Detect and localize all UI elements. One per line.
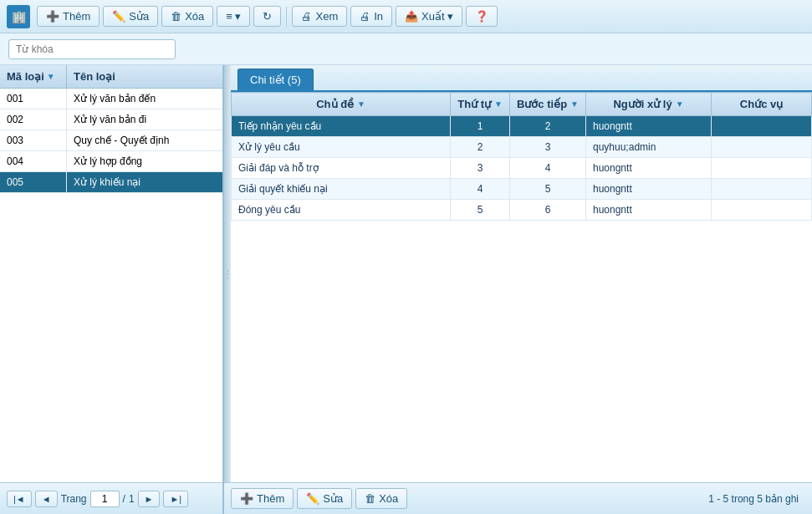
left-cell-ten: Quy chế - Quyết định bbox=[67, 130, 222, 150]
refresh-icon: ↻ bbox=[263, 10, 272, 23]
cell-thu-tu: 3 bbox=[451, 158, 510, 179]
detail-tab[interactable]: Chi tiết (5) bbox=[237, 69, 314, 90]
thu-tu-header: Thứ tự ▼ bbox=[451, 93, 510, 116]
bottom-left-panel: |◄ ◄ Trang / 1 ► ►| bbox=[0, 482, 224, 514]
left-cell-ma: 001 bbox=[0, 89, 67, 109]
ten-loai-header: Tên loại bbox=[67, 65, 222, 88]
chuc-vu-header: Chức vụ bbox=[712, 93, 812, 116]
right-edit-btn[interactable]: ✏️ Sửa bbox=[297, 488, 352, 509]
edit-button[interactable]: ✏️ Sửa bbox=[103, 6, 158, 27]
right-table-row[interactable]: Tiếp nhận yêu cầu 1 2 huongntt bbox=[232, 116, 812, 137]
cell-thu-tu: 2 bbox=[451, 137, 510, 158]
left-cell-ma: 004 bbox=[0, 151, 67, 171]
detail-tab-label: Chi tiết (5) bbox=[250, 74, 301, 86]
right-table-row[interactable]: Giải quyết khiếu nại 4 5 huongntt bbox=[232, 179, 812, 200]
menu-label: ≡ ▾ bbox=[226, 10, 241, 23]
left-cell-ten: Xử lý văn bản đến bbox=[67, 89, 222, 109]
right-delete-btn[interactable]: 🗑 Xóa bbox=[355, 488, 407, 509]
delete-button[interactable]: 🗑 Xóa bbox=[161, 6, 213, 27]
prev-page-btn[interactable]: ◄ bbox=[35, 491, 58, 507]
view-button[interactable]: 🖨 Xem bbox=[292, 6, 347, 27]
add-button[interactable]: ➕ Thêm bbox=[37, 6, 100, 27]
left-panel: Mã loại ▼ Tên loại 001 Xử lý văn bản đến… bbox=[0, 65, 224, 482]
next-page-btn[interactable]: ► bbox=[138, 491, 161, 507]
help-icon: ❓ bbox=[475, 10, 488, 23]
chu-de-filter[interactable]: ▼ bbox=[357, 99, 365, 109]
refresh-button[interactable]: ↻ bbox=[253, 6, 281, 27]
nguoi-xu-ly-header: Người xử lý ▼ bbox=[586, 93, 712, 116]
export-label: Xuất ▾ bbox=[421, 10, 453, 23]
last-page-btn[interactable]: ►| bbox=[163, 491, 188, 507]
nguoi-filter[interactable]: ▼ bbox=[676, 99, 684, 109]
add-icon: ➕ bbox=[46, 10, 59, 23]
bottom-right-panel: ➕ Thêm ✏️ Sửa 🗑 Xóa 1 - 5 trong 5 bản gh… bbox=[224, 482, 812, 514]
trang-label: Trang bbox=[61, 493, 87, 505]
right-add-btn[interactable]: ➕ Thêm bbox=[231, 488, 294, 509]
right-action-bar: ➕ Thêm ✏️ Sửa 🗑 Xóa 1 - 5 trong 5 bản gh… bbox=[224, 482, 812, 514]
cell-nguoi-xu-ly: huongntt bbox=[586, 116, 712, 137]
ma-loai-label: Mã loại bbox=[7, 70, 44, 83]
buoc-tiep-filter[interactable]: ▼ bbox=[570, 99, 579, 109]
cell-thu-tu: 4 bbox=[451, 179, 510, 200]
left-table-row[interactable]: 001 Xử lý văn bản đến bbox=[0, 89, 222, 109]
page-nav: |◄ ◄ Trang / 1 ► ►| bbox=[7, 491, 188, 507]
ma-loai-filter-icon[interactable]: ▼ bbox=[47, 72, 55, 81]
first-page-btn[interactable]: |◄ bbox=[7, 491, 32, 507]
cell-buoc-tiep: 5 bbox=[509, 179, 585, 200]
left-cell-ten: Xử lý khiếu nại bbox=[67, 172, 222, 192]
total-pages: 1 bbox=[129, 493, 135, 505]
left-cell-ma: 002 bbox=[0, 109, 67, 130]
delete-label: Xóa bbox=[185, 10, 204, 23]
right-delete-label: Xóa bbox=[379, 492, 398, 505]
record-summary: 1 - 5 trong 5 bản ghi bbox=[708, 493, 799, 505]
toolbar: 🏢 ➕ Thêm ✏️ Sửa 🗑 Xóa ≡ ▾ ↻ 🖨 Xem 🖨 In 📤… bbox=[0, 0, 812, 33]
cell-buoc-tiep: 2 bbox=[509, 116, 585, 137]
main-content: Mã loại ▼ Tên loại 001 Xử lý văn bản đến… bbox=[0, 65, 812, 482]
left-table-row[interactable]: 003 Quy chế - Quyết định bbox=[0, 130, 222, 151]
right-add-label: Thêm bbox=[257, 492, 284, 505]
cell-chu-de: Xử lý yêu cầu bbox=[232, 137, 451, 158]
cell-chu-de: Tiếp nhận yêu cầu bbox=[232, 116, 451, 137]
search-area bbox=[0, 33, 812, 65]
buoc-tiep-header: Bước tiếp ▼ bbox=[509, 93, 585, 116]
cell-chuc-vu bbox=[712, 116, 812, 137]
cell-chu-de: Đóng yêu cầu bbox=[232, 200, 451, 221]
right-add-icon: ➕ bbox=[240, 492, 253, 505]
help-button[interactable]: ❓ bbox=[466, 6, 498, 27]
search-input[interactable] bbox=[8, 39, 176, 59]
page-number-input[interactable] bbox=[90, 491, 120, 507]
add-label: Thêm bbox=[63, 10, 90, 23]
cell-thu-tu: 5 bbox=[451, 200, 510, 221]
cell-nguoi-xu-ly: huongntt bbox=[586, 179, 712, 200]
print-button[interactable]: 🖨 In bbox=[350, 6, 392, 27]
cell-buoc-tiep: 3 bbox=[509, 137, 585, 158]
print-label: In bbox=[374, 10, 383, 23]
export-button[interactable]: 📤 Xuất ▾ bbox=[396, 6, 462, 27]
right-edit-label: Sửa bbox=[323, 492, 343, 505]
left-table-row[interactable]: 002 Xử lý văn bản đi bbox=[0, 109, 222, 130]
left-cell-ten: Xử lý văn bản đi bbox=[67, 109, 222, 130]
pagination-bar: |◄ ◄ Trang / 1 ► ►| bbox=[0, 482, 222, 514]
left-table-header: Mã loại ▼ Tên loại bbox=[0, 65, 222, 89]
right-table-row[interactable]: Xử lý yêu cầu 2 3 quyhuu;admin bbox=[232, 137, 812, 158]
ma-loai-header: Mã loại ▼ bbox=[0, 65, 67, 88]
trash-icon: 🗑 bbox=[171, 10, 181, 23]
cell-chuc-vu bbox=[712, 200, 812, 221]
bottom-area: |◄ ◄ Trang / 1 ► ►| ➕ Thêm ✏️ Sửa 🗑 bbox=[0, 482, 812, 514]
left-table-row[interactable]: 004 Xử lý hợp đồng bbox=[0, 151, 222, 172]
right-table-row[interactable]: Đóng yêu cầu 5 6 huongntt bbox=[232, 200, 812, 221]
cell-chu-de: Giải đáp và hỗ trợ bbox=[232, 158, 451, 179]
right-table: Chủ đề ▼ Thứ tự ▼ Bước t bbox=[231, 92, 812, 221]
cell-nguoi-xu-ly: huongntt bbox=[586, 200, 712, 221]
print-icon: 🖨 bbox=[360, 10, 370, 23]
thu-tu-filter[interactable]: ▼ bbox=[494, 99, 503, 109]
cell-chuc-vu bbox=[712, 158, 812, 179]
left-table-row[interactable]: 005 Xử lý khiếu nại bbox=[0, 172, 222, 193]
menu-button[interactable]: ≡ ▾ bbox=[217, 6, 250, 27]
right-table-wrapper: Chủ đề ▼ Thứ tự ▼ Bước t bbox=[231, 92, 812, 482]
cell-chuc-vu bbox=[712, 137, 812, 158]
page-separator: / bbox=[123, 493, 125, 505]
right-table-row[interactable]: Giải đáp và hỗ trợ 3 4 huongntt bbox=[232, 158, 812, 179]
chu-de-header: Chủ đề ▼ bbox=[232, 93, 451, 116]
vertical-splitter[interactable]: ⋮ bbox=[224, 65, 231, 482]
